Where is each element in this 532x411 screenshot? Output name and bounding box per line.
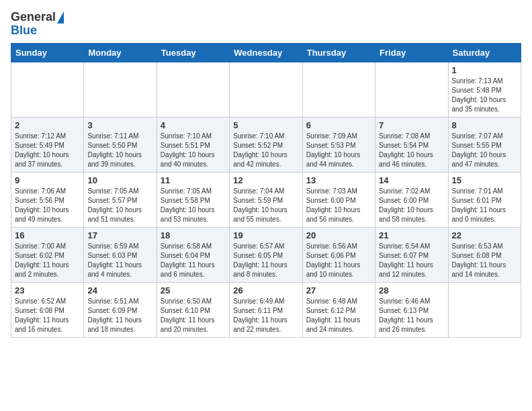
day-number: 12 [233,175,298,185]
calendar-day-cell: 15Sunrise: 7:01 AM Sunset: 6:01 PM Dayli… [448,172,521,227]
calendar-day-cell: 4Sunrise: 7:10 AM Sunset: 5:51 PM Daylig… [157,117,229,172]
calendar-table: SundayMondayTuesdayWednesdayThursdayFrid… [11,43,521,338]
day-info: Sunrise: 6:49 AM Sunset: 6:11 PM Dayligh… [233,297,298,334]
calendar-day-cell: 14Sunrise: 7:02 AM Sunset: 6:00 PM Dayli… [375,172,448,227]
day-number: 8 [452,120,517,130]
calendar-day-cell: 17Sunrise: 6:59 AM Sunset: 6:03 PM Dayli… [84,227,157,282]
day-number: 22 [452,230,517,240]
calendar-day-cell: 11Sunrise: 7:05 AM Sunset: 5:58 PM Dayli… [157,172,229,227]
day-info: Sunrise: 7:01 AM Sunset: 6:01 PM Dayligh… [452,187,517,224]
day-number: 5 [233,120,298,130]
day-number: 23 [15,285,80,295]
day-number: 18 [161,230,226,240]
day-number: 13 [306,175,371,185]
day-number: 17 [87,230,152,240]
calendar-empty-cell [11,62,84,117]
calendar-day-cell: 20Sunrise: 6:56 AM Sunset: 6:06 PM Dayli… [302,227,375,282]
day-number: 1 [452,65,517,75]
day-number: 27 [306,285,371,295]
calendar-day-cell: 16Sunrise: 7:00 AM Sunset: 6:02 PM Dayli… [11,227,84,282]
calendar-col-header: Tuesday [157,43,229,62]
day-number: 28 [379,285,444,295]
day-info: Sunrise: 7:07 AM Sunset: 5:55 PM Dayligh… [452,132,517,169]
calendar-day-cell: 26Sunrise: 6:49 AM Sunset: 6:11 PM Dayli… [230,282,302,337]
day-info: Sunrise: 6:58 AM Sunset: 6:04 PM Dayligh… [161,242,226,279]
day-info: Sunrise: 6:53 AM Sunset: 6:08 PM Dayligh… [452,242,517,279]
day-number: 16 [15,230,80,240]
day-info: Sunrise: 7:10 AM Sunset: 5:51 PM Dayligh… [161,132,226,169]
calendar-day-cell: 2Sunrise: 7:12 AM Sunset: 5:49 PM Daylig… [11,117,84,172]
day-number: 10 [87,175,152,185]
day-number: 3 [87,120,152,130]
calendar-day-cell: 3Sunrise: 7:11 AM Sunset: 5:50 PM Daylig… [84,117,157,172]
day-number: 25 [161,285,226,295]
calendar-empty-cell [302,62,375,117]
calendar-day-cell: 21Sunrise: 6:54 AM Sunset: 6:07 PM Dayli… [375,227,448,282]
day-number: 11 [161,175,226,185]
day-info: Sunrise: 7:10 AM Sunset: 5:52 PM Dayligh… [233,132,298,169]
calendar-day-cell: 12Sunrise: 7:04 AM Sunset: 5:59 PM Dayli… [230,172,302,227]
day-number: 20 [306,230,371,240]
day-info: Sunrise: 6:59 AM Sunset: 6:03 PM Dayligh… [87,242,152,279]
day-number: 21 [379,230,444,240]
day-number: 14 [379,175,444,185]
day-number: 26 [233,285,298,295]
calendar-day-cell: 19Sunrise: 6:57 AM Sunset: 6:05 PM Dayli… [230,227,302,282]
calendar-col-header: Monday [84,43,157,62]
calendar-empty-cell [448,282,521,337]
day-info: Sunrise: 6:52 AM Sunset: 6:08 PM Dayligh… [15,297,80,334]
calendar-day-cell: 27Sunrise: 6:48 AM Sunset: 6:12 PM Dayli… [302,282,375,337]
calendar-day-cell: 7Sunrise: 7:08 AM Sunset: 5:54 PM Daylig… [375,117,448,172]
calendar-col-header: Saturday [448,43,521,62]
day-info: Sunrise: 7:13 AM Sunset: 5:48 PM Dayligh… [452,77,517,114]
calendar-header-row: SundayMondayTuesdayWednesdayThursdayFrid… [11,43,521,62]
day-info: Sunrise: 7:08 AM Sunset: 5:54 PM Dayligh… [379,132,444,169]
day-info: Sunrise: 6:46 AM Sunset: 6:13 PM Dayligh… [379,297,444,334]
day-info: Sunrise: 7:09 AM Sunset: 5:53 PM Dayligh… [306,132,371,169]
logo-text-general: General [11,11,56,24]
calendar-day-cell: 22Sunrise: 6:53 AM Sunset: 6:08 PM Dayli… [448,227,521,282]
day-info: Sunrise: 7:03 AM Sunset: 6:00 PM Dayligh… [306,187,371,224]
calendar-week-row: 23Sunrise: 6:52 AM Sunset: 6:08 PM Dayli… [11,282,521,337]
calendar-day-cell: 18Sunrise: 6:58 AM Sunset: 6:04 PM Dayli… [157,227,229,282]
calendar-col-header: Sunday [11,43,84,62]
calendar-day-cell: 8Sunrise: 7:07 AM Sunset: 5:55 PM Daylig… [448,117,521,172]
calendar-day-cell: 1Sunrise: 7:13 AM Sunset: 5:48 PM Daylig… [448,62,521,117]
day-info: Sunrise: 6:56 AM Sunset: 6:06 PM Dayligh… [306,242,371,279]
calendar-week-row: 9Sunrise: 7:06 AM Sunset: 5:56 PM Daylig… [11,172,521,227]
calendar-day-cell: 13Sunrise: 7:03 AM Sunset: 6:00 PM Dayli… [302,172,375,227]
day-info: Sunrise: 6:57 AM Sunset: 6:05 PM Dayligh… [233,242,298,279]
logo: General Blue [11,11,64,38]
day-info: Sunrise: 7:11 AM Sunset: 5:50 PM Dayligh… [87,132,152,169]
logo-text-blue: Blue [11,24,37,38]
calendar-empty-cell [230,62,302,117]
day-number: 19 [233,230,298,240]
calendar-day-cell: 5Sunrise: 7:10 AM Sunset: 5:52 PM Daylig… [230,117,302,172]
day-info: Sunrise: 7:00 AM Sunset: 6:02 PM Dayligh… [15,242,80,279]
logo-triangle-icon [57,11,64,24]
day-info: Sunrise: 6:50 AM Sunset: 6:10 PM Dayligh… [161,297,226,334]
calendar-col-header: Thursday [302,43,375,62]
calendar-week-row: 1Sunrise: 7:13 AM Sunset: 5:48 PM Daylig… [11,62,521,117]
calendar-day-cell: 28Sunrise: 6:46 AM Sunset: 6:13 PM Dayli… [375,282,448,337]
day-info: Sunrise: 6:51 AM Sunset: 6:09 PM Dayligh… [87,297,152,334]
calendar-col-header: Wednesday [230,43,302,62]
day-info: Sunrise: 7:12 AM Sunset: 5:49 PM Dayligh… [15,132,80,169]
calendar-empty-cell [157,62,229,117]
calendar-empty-cell [84,62,157,117]
calendar-day-cell: 23Sunrise: 6:52 AM Sunset: 6:08 PM Dayli… [11,282,84,337]
day-number: 6 [306,120,371,130]
calendar-col-header: Friday [375,43,448,62]
day-info: Sunrise: 7:05 AM Sunset: 5:58 PM Dayligh… [161,187,226,224]
day-info: Sunrise: 6:54 AM Sunset: 6:07 PM Dayligh… [379,242,444,279]
day-info: Sunrise: 7:05 AM Sunset: 5:57 PM Dayligh… [87,187,152,224]
day-number: 24 [87,285,152,295]
day-number: 7 [379,120,444,130]
calendar-day-cell: 24Sunrise: 6:51 AM Sunset: 6:09 PM Dayli… [84,282,157,337]
day-info: Sunrise: 7:06 AM Sunset: 5:56 PM Dayligh… [15,187,80,224]
day-info: Sunrise: 7:04 AM Sunset: 5:59 PM Dayligh… [233,187,298,224]
calendar-day-cell: 6Sunrise: 7:09 AM Sunset: 5:53 PM Daylig… [302,117,375,172]
day-info: Sunrise: 7:02 AM Sunset: 6:00 PM Dayligh… [379,187,444,224]
calendar-day-cell: 10Sunrise: 7:05 AM Sunset: 5:57 PM Dayli… [84,172,157,227]
calendar-day-cell: 9Sunrise: 7:06 AM Sunset: 5:56 PM Daylig… [11,172,84,227]
